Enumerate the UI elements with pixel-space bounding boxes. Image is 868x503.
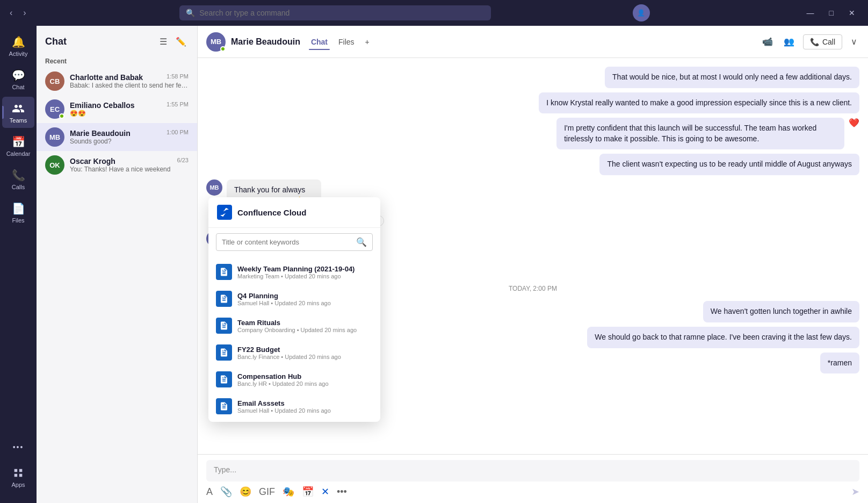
emoji-button[interactable]: 😊: [240, 486, 251, 498]
conf-item-meta-3: Company Onboarding • Updated 20 mins ago: [237, 327, 373, 333]
calls-icon: 📞: [11, 168, 26, 183]
active-indicator: [2, 106, 4, 119]
message-bubble-9: *ramen: [820, 353, 859, 374]
call-label: Call: [822, 38, 835, 46]
conf-item-meta-1: Marketing Team • Updated 20 mins ago: [237, 273, 373, 279]
sidebar-label-apps: Apps: [11, 482, 25, 488]
confluence-item-3[interactable]: Team Rituals Company Onboarding • Update…: [208, 312, 380, 339]
sidebar-item-calls[interactable]: 📞 Calls: [2, 163, 34, 195]
chat-avatar-oscar: OK: [45, 155, 64, 175]
chat-info-emiliano: Emiliano Ceballos 1:55 PM 😍😍: [70, 101, 189, 117]
format-button[interactable]: A: [206, 486, 213, 498]
msg-avatar-mb: MB: [206, 179, 222, 196]
video-call-button[interactable]: 📹: [760, 34, 775, 49]
conf-item-meta-4: Banc.ly Finance • Updated 20 mins ago: [237, 354, 373, 360]
apps-icon: [11, 465, 26, 480]
chat-preview-charlotte: Babak: I asked the client to send her fe…: [70, 82, 189, 89]
doc-icon-6: [216, 398, 232, 414]
chat-preview-marie: Sounds good?: [70, 138, 189, 145]
sidebar-item-teams[interactable]: Teams: [2, 97, 34, 128]
message-bubble-7: We haven't gotten lunch together in awhi…: [703, 301, 859, 322]
sticker-button[interactable]: 🎭: [283, 486, 294, 498]
chat-time-oscar: 6/23: [177, 157, 189, 166]
confluence-item-1[interactable]: Weekly Team Planning (2021-19-04) Market…: [208, 258, 380, 285]
conf-item-title-2: Q4 Planning: [237, 292, 373, 300]
chat-list-panel: Chat ☰ ✏️ Recent CB Charlotte and Babak …: [37, 26, 198, 503]
more-options-button[interactable]: ∨: [849, 34, 859, 49]
compose-area: Type... A 📎 😊 GIF 🎭 📅 ✕ ••• ➤: [198, 454, 868, 503]
chat-avatar-marie: MB: [45, 127, 64, 147]
messages-area[interactable]: That would be nice, but at most I would …: [198, 58, 868, 454]
filter-button[interactable]: ☰: [157, 34, 169, 49]
conf-item-info-2: Q4 Planning Samuel Hall • Updated 20 min…: [237, 292, 373, 306]
conf-item-title-1: Weekly Team Planning (2021-19-04): [237, 265, 373, 273]
confluence-item-5[interactable]: Compensation Hub Banc.ly HR • Updated 20…: [208, 366, 380, 393]
user-avatar[interactable]: 👤: [633, 4, 650, 21]
sidebar: 🔔 Activity 💬 Chat Teams 📅 Calendar 📞 Cal…: [0, 26, 37, 503]
online-status-emiliano: [59, 113, 64, 119]
search-bar[interactable]: 🔍: [179, 5, 491, 20]
sidebar-item-chat[interactable]: 💬 Chat: [2, 63, 34, 95]
chat-time-emiliano: 1:55 PM: [167, 101, 189, 110]
forward-button[interactable]: ›: [20, 6, 29, 20]
new-chat-button[interactable]: ✏️: [173, 34, 189, 49]
confluence-items: Weekly Team Planning (2021-19-04) Market…: [208, 256, 380, 422]
chat-header: MB Marie Beaudouin Chat Files + 📹 👥 📞 Ca…: [198, 26, 868, 58]
message-row-3: I'm pretty confident that this launch wi…: [206, 118, 859, 149]
add-people-button[interactable]: 👥: [782, 34, 797, 49]
send-button[interactable]: ➤: [851, 486, 859, 498]
chat-info-charlotte: Charlotte and Babak 1:58 PM Babak: I ask…: [70, 73, 189, 89]
conf-item-info-4: FY22 Budget Banc.ly Finance • Updated 20…: [237, 346, 373, 360]
doc-icon-5: [216, 371, 232, 387]
more-tools-button[interactable]: •••: [337, 486, 347, 498]
conf-item-info-1: Weekly Team Planning (2021-19-04) Market…: [237, 265, 373, 279]
gif-button[interactable]: GIF: [259, 486, 275, 498]
confluence-title: Confluence Cloud: [237, 208, 306, 217]
message-row-4: The client wasn't expecting us to be rea…: [206, 154, 859, 175]
call-button[interactable]: 📞 Call: [803, 34, 842, 49]
confluence-icon: [217, 205, 232, 220]
sidebar-item-activity[interactable]: 🔔 Activity: [2, 30, 34, 61]
minimize-button[interactable]: —: [800, 5, 821, 20]
conf-item-info-6: Email Asssets Samuel Hall • Updated 20 m…: [237, 399, 373, 414]
chat-item-oscar[interactable]: OK Oscar Krogh 6/23 You: Thanks! Have a …: [37, 151, 197, 179]
tab-files[interactable]: Files: [336, 34, 357, 49]
confluence-item-4[interactable]: FY22 Budget Banc.ly Finance • Updated 20…: [208, 339, 380, 366]
chat-name-charlotte: Charlotte and Babak: [70, 73, 143, 82]
confluence-search[interactable]: 🔍: [216, 233, 373, 251]
confluence-item-2[interactable]: Q4 Planning Samuel Hall • Updated 20 min…: [208, 285, 380, 312]
tab-add[interactable]: +: [363, 34, 372, 49]
sidebar-item-apps[interactable]: Apps: [2, 461, 34, 492]
chat-item-marie[interactable]: MB Marie Beaudouin 1:00 PM Sounds good?: [37, 123, 197, 151]
nav-buttons: ‹ ›: [6, 6, 30, 20]
tab-chat[interactable]: Chat: [309, 34, 330, 49]
message-bubble-8: We should go back to that ramne place. I…: [587, 327, 859, 348]
confluence-search-input[interactable]: [222, 238, 352, 246]
teams-icon: [11, 101, 26, 116]
title-bar: ‹ › 🔍 👤 — □ ✕: [0, 0, 868, 26]
schedule-button[interactable]: 📅: [302, 486, 314, 498]
attach-button[interactable]: 📎: [220, 486, 232, 498]
chat-preview-oscar: You: Thanks! Have a nice weekend: [70, 166, 189, 173]
sidebar-label-files: Files: [12, 217, 24, 224]
sidebar-label-teams: Teams: [10, 117, 27, 124]
sidebar-item-more[interactable]: •••: [2, 435, 34, 459]
chat-name-oscar: Oscar Krogh: [70, 157, 115, 166]
back-button[interactable]: ‹: [6, 6, 16, 20]
close-button[interactable]: ✕: [842, 5, 862, 20]
compose-input[interactable]: Type...: [206, 460, 859, 482]
chat-item-charlotte[interactable]: CB Charlotte and Babak 1:58 PM Babak: I …: [37, 67, 197, 95]
chat-header-actions: ☰ ✏️: [157, 34, 189, 49]
maximize-button[interactable]: □: [823, 5, 840, 20]
chat-info-oscar: Oscar Krogh 6/23 You: Thanks! Have a nic…: [70, 157, 189, 173]
sidebar-label-activity: Activity: [9, 51, 28, 57]
confluence-tool-button[interactable]: ✕: [321, 486, 329, 498]
sidebar-item-files[interactable]: 📄 Files: [2, 197, 34, 228]
chat-item-emiliano[interactable]: EC Emiliano Ceballos 1:55 PM 😍😍: [37, 95, 197, 123]
search-input[interactable]: [199, 9, 484, 17]
chat-header-name: Marie Beaudouin: [231, 37, 300, 47]
conf-item-title-5: Compensation Hub: [237, 372, 373, 380]
message-row-1: That would be nice, but at most I would …: [206, 67, 859, 88]
confluence-item-6[interactable]: Email Asssets Samuel Hall • Updated 20 m…: [208, 393, 380, 420]
sidebar-item-calendar[interactable]: 📅 Calendar: [2, 130, 34, 161]
